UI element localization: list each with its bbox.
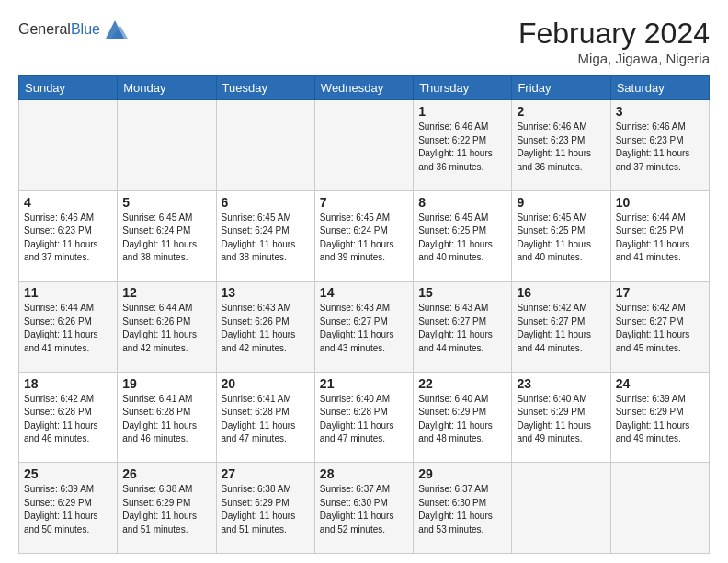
header: GeneralBlue February 2024 Miga, Jigawa, … — [18, 17, 710, 66]
col-header-friday: Friday — [512, 76, 610, 100]
day-info: Sunrise: 6:39 AMSunset: 6:29 PMDaylight:… — [24, 484, 98, 534]
day-number: 26 — [122, 466, 210, 481]
day-number: 22 — [418, 376, 506, 391]
day-info: Sunrise: 6:40 AMSunset: 6:29 PMDaylight:… — [418, 394, 493, 444]
day-number: 6 — [222, 195, 310, 210]
day-info: Sunrise: 6:37 AMSunset: 6:30 PMDaylight:… — [418, 484, 493, 534]
calendar-cell — [118, 100, 216, 191]
day-info: Sunrise: 6:46 AMSunset: 6:23 PMDaylight:… — [517, 121, 591, 172]
day-info: Sunrise: 6:45 AMSunset: 6:24 PMDaylight:… — [320, 213, 394, 263]
page: GeneralBlue February 2024 Miga, Jigawa, … — [0, 0, 728, 563]
day-info: Sunrise: 6:42 AMSunset: 6:27 PMDaylight:… — [616, 303, 690, 353]
calendar-cell — [610, 463, 709, 554]
day-number: 25 — [24, 466, 112, 481]
calendar-week-row: 11Sunrise: 6:44 AMSunset: 6:26 PMDayligh… — [19, 282, 710, 373]
day-info: Sunrise: 6:38 AMSunset: 6:29 PMDaylight:… — [222, 484, 296, 534]
day-number: 12 — [122, 285, 210, 300]
day-info: Sunrise: 6:45 AMSunset: 6:24 PMDaylight:… — [222, 213, 296, 263]
day-info: Sunrise: 6:44 AMSunset: 6:25 PMDaylight:… — [616, 213, 690, 263]
day-info: Sunrise: 6:43 AMSunset: 6:27 PMDaylight:… — [320, 303, 394, 353]
calendar-cell: 22Sunrise: 6:40 AMSunset: 6:29 PMDayligh… — [414, 372, 512, 463]
calendar-cell: 9Sunrise: 6:45 AMSunset: 6:25 PMDaylight… — [512, 190, 610, 282]
col-header-sunday: Sunday — [19, 76, 118, 100]
calendar-cell: 5Sunrise: 6:45 AMSunset: 6:24 PMDaylight… — [118, 190, 216, 282]
day-info: Sunrise: 6:45 AMSunset: 6:25 PMDaylight:… — [517, 213, 591, 263]
calendar-cell: 6Sunrise: 6:45 AMSunset: 6:24 PMDaylight… — [216, 190, 314, 282]
logo-icon — [102, 17, 128, 42]
calendar-cell: 4Sunrise: 6:46 AMSunset: 6:23 PMDaylight… — [19, 190, 118, 282]
day-info: Sunrise: 6:40 AMSunset: 6:29 PMDaylight:… — [517, 394, 591, 444]
day-info: Sunrise: 6:43 AMSunset: 6:27 PMDaylight:… — [418, 303, 493, 353]
col-header-wednesday: Wednesday — [314, 76, 413, 100]
calendar-cell — [19, 100, 118, 191]
calendar-cell: 2Sunrise: 6:46 AMSunset: 6:23 PMDaylight… — [512, 100, 610, 191]
calendar-header-row: SundayMondayTuesdayWednesdayThursdayFrid… — [19, 76, 710, 100]
col-header-tuesday: Tuesday — [216, 76, 314, 100]
calendar-cell: 27Sunrise: 6:38 AMSunset: 6:29 PMDayligh… — [216, 463, 314, 554]
day-number: 5 — [122, 195, 210, 210]
calendar-table: SundayMondayTuesdayWednesdayThursdayFrid… — [18, 75, 710, 554]
day-number: 13 — [222, 285, 310, 300]
calendar-cell: 26Sunrise: 6:38 AMSunset: 6:29 PMDayligh… — [118, 463, 216, 554]
day-info: Sunrise: 6:46 AMSunset: 6:23 PMDaylight:… — [616, 121, 690, 172]
day-info: Sunrise: 6:44 AMSunset: 6:26 PMDaylight:… — [122, 303, 197, 353]
calendar-cell: 15Sunrise: 6:43 AMSunset: 6:27 PMDayligh… — [414, 282, 512, 373]
day-info: Sunrise: 6:46 AMSunset: 6:23 PMDaylight:… — [24, 213, 98, 263]
calendar-cell: 7Sunrise: 6:45 AMSunset: 6:24 PMDaylight… — [314, 190, 413, 282]
day-number: 4 — [24, 195, 112, 210]
calendar-cell: 14Sunrise: 6:43 AMSunset: 6:27 PMDayligh… — [314, 282, 413, 373]
calendar-week-row: 4Sunrise: 6:46 AMSunset: 6:23 PMDaylight… — [19, 190, 710, 282]
day-number: 11 — [24, 285, 112, 300]
day-number: 23 — [517, 376, 605, 391]
calendar-cell: 1Sunrise: 6:46 AMSunset: 6:22 PMDaylight… — [414, 100, 512, 191]
calendar-week-row: 25Sunrise: 6:39 AMSunset: 6:29 PMDayligh… — [19, 463, 710, 554]
day-info: Sunrise: 6:46 AMSunset: 6:22 PMDaylight:… — [418, 121, 493, 172]
calendar-cell: 24Sunrise: 6:39 AMSunset: 6:29 PMDayligh… — [610, 372, 709, 463]
day-number: 21 — [320, 376, 408, 391]
calendar-cell — [512, 463, 610, 554]
logo-blue-text: Blue — [71, 21, 100, 37]
day-info: Sunrise: 6:45 AMSunset: 6:25 PMDaylight:… — [418, 213, 493, 263]
calendar-cell: 29Sunrise: 6:37 AMSunset: 6:30 PMDayligh… — [414, 463, 512, 554]
calendar-cell: 3Sunrise: 6:46 AMSunset: 6:23 PMDaylight… — [610, 100, 709, 191]
calendar-cell: 8Sunrise: 6:45 AMSunset: 6:25 PMDaylight… — [414, 190, 512, 282]
day-number: 3 — [616, 104, 704, 119]
day-info: Sunrise: 6:42 AMSunset: 6:28 PMDaylight:… — [24, 394, 98, 444]
calendar-cell: 11Sunrise: 6:44 AMSunset: 6:26 PMDayligh… — [19, 282, 118, 373]
day-number: 10 — [616, 195, 704, 210]
day-number: 9 — [517, 195, 605, 210]
day-info: Sunrise: 6:43 AMSunset: 6:26 PMDaylight:… — [222, 303, 296, 353]
day-info: Sunrise: 6:41 AMSunset: 6:28 PMDaylight:… — [222, 394, 296, 444]
day-number: 17 — [616, 285, 704, 300]
calendar-cell: 17Sunrise: 6:42 AMSunset: 6:27 PMDayligh… — [610, 282, 709, 373]
title-block: February 2024 Miga, Jigawa, Nigeria — [518, 17, 710, 66]
day-number: 20 — [222, 376, 310, 391]
day-info: Sunrise: 6:39 AMSunset: 6:29 PMDaylight:… — [616, 394, 690, 444]
calendar-week-row: 1Sunrise: 6:46 AMSunset: 6:22 PMDaylight… — [19, 100, 710, 191]
calendar-cell — [216, 100, 314, 191]
calendar-cell: 28Sunrise: 6:37 AMSunset: 6:30 PMDayligh… — [314, 463, 413, 554]
calendar-week-row: 18Sunrise: 6:42 AMSunset: 6:28 PMDayligh… — [19, 372, 710, 463]
day-info: Sunrise: 6:38 AMSunset: 6:29 PMDaylight:… — [122, 484, 197, 534]
calendar-cell: 16Sunrise: 6:42 AMSunset: 6:27 PMDayligh… — [512, 282, 610, 373]
month-title: February 2024 — [518, 17, 710, 51]
calendar-cell: 25Sunrise: 6:39 AMSunset: 6:29 PMDayligh… — [19, 463, 118, 554]
col-header-monday: Monday — [118, 76, 216, 100]
day-number: 28 — [320, 466, 408, 481]
day-number: 16 — [517, 285, 605, 300]
col-header-saturday: Saturday — [610, 76, 709, 100]
col-header-thursday: Thursday — [414, 76, 512, 100]
day-info: Sunrise: 6:41 AMSunset: 6:28 PMDaylight:… — [122, 394, 197, 444]
day-info: Sunrise: 6:45 AMSunset: 6:24 PMDaylight:… — [122, 213, 197, 263]
day-info: Sunrise: 6:37 AMSunset: 6:30 PMDaylight:… — [320, 484, 394, 534]
calendar-cell: 21Sunrise: 6:40 AMSunset: 6:28 PMDayligh… — [314, 372, 413, 463]
calendar-cell: 10Sunrise: 6:44 AMSunset: 6:25 PMDayligh… — [610, 190, 709, 282]
day-number: 7 — [320, 195, 408, 210]
day-number: 15 — [418, 285, 506, 300]
day-number: 8 — [418, 195, 506, 210]
calendar-cell: 12Sunrise: 6:44 AMSunset: 6:26 PMDayligh… — [118, 282, 216, 373]
calendar-cell — [314, 100, 413, 191]
logo: GeneralBlue — [18, 17, 128, 42]
logo-general-text: General — [18, 21, 71, 37]
day-info: Sunrise: 6:44 AMSunset: 6:26 PMDaylight:… — [24, 303, 98, 353]
